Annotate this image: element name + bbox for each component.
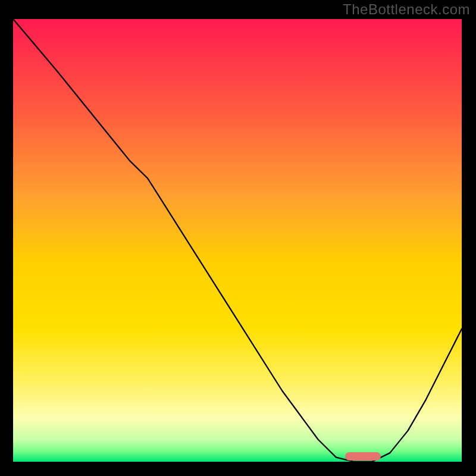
curve-line [13,19,462,462]
chart-frame: TheBottleneck.com [0,0,476,476]
watermark-text: TheBottleneck.com [343,1,470,18]
plot-area [12,18,463,463]
optimal-marker [345,452,381,461]
